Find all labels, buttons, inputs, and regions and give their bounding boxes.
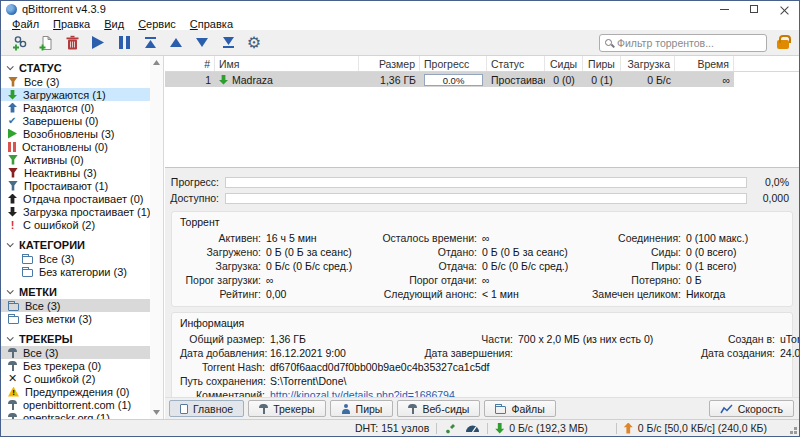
sidebar-item-label: Возобновлены (3) [23,128,114,140]
sidebar-item-inactive[interactable]: Неактивны (3) [1,166,163,179]
upload-speed-text[interactable]: 0 Б/с [50,0 КБ/с] (240,0 КБ) [638,422,767,434]
sidebar-item-label: Все (3) [23,347,58,359]
sidebar-item-stalled-downloading[interactable]: Загрузка простаивает (1) [1,205,163,218]
menu-edit[interactable]: Правка [46,18,97,30]
sidebar-tracker-all[interactable]: Все (3) [1,346,163,359]
sidebar-item-label: Загрузка простаивает (1) [23,206,151,218]
play-icon [8,129,17,139]
top-priority-button[interactable] [137,32,163,54]
section-categories[interactable]: КАТЕГОРИИ [7,238,163,251]
resize-grip[interactable] [794,431,797,434]
tab-trackers[interactable]: Трекеры [248,400,325,417]
stat-value: 0 Б (0 Б за сеанс) [266,246,376,258]
column-header-eta[interactable]: Время [675,56,734,71]
sidebar-item-downloading[interactable]: Загружаются (1) [1,88,163,101]
status-bar: DHT: 151 узлов 0 Б/с (192,3 МБ) 0 Б/с [5… [1,419,799,436]
pause-button[interactable] [111,32,137,54]
add-torrent-link-button[interactable] [7,32,33,54]
sidebar-item-stalled[interactable]: Простаивают (1) [1,179,163,192]
minimize-button[interactable] [709,1,739,17]
column-header-seeds[interactable]: Сиды [545,56,583,71]
resume-button[interactable] [85,32,111,54]
stat-value: 0 Б (0 Б за сеанс) [482,246,580,258]
menu-bar: Файл Правка Вид Сервис Справка [1,17,799,30]
bottom-priority-button[interactable] [215,32,241,54]
alt-speed-icon[interactable] [465,423,480,433]
sidebar-tracker-openbittorrent[interactable]: openbittorrent.com (1) [1,398,163,411]
funnel-icon [8,168,18,178]
sidebar-category-all[interactable]: Все (3) [1,252,163,265]
sidebar-tag-all[interactable]: Все (3) [1,299,163,312]
title-bar: qBittorrent v4.3.9 [1,1,799,17]
section-trackers[interactable]: ТРЕКЕРЫ [7,332,163,345]
sidebar-tracker-error[interactable]: ✕С ошибкой (2) [1,372,163,385]
scroll-down-icon[interactable] [153,410,160,415]
funnel-icon [8,155,18,165]
torrent-down-speed: 0 Б/с [621,72,675,87]
options-button[interactable]: ⚙ [241,32,267,54]
sidebar-tracker-trackerless[interactable]: Без трекера (0) [1,359,163,372]
pause-icon [8,142,16,152]
stat-value: 0 (100 макс.) [686,232,784,244]
column-header-size[interactable]: Размер [359,56,420,71]
section-tags[interactable]: МЕТКИ [7,285,163,298]
sidebar-tracker-opentrackr[interactable]: opentrackr.org (1) [1,411,163,419]
column-header-name[interactable]: Имя [215,56,359,71]
connection-status-icon[interactable] [444,422,457,434]
sidebar-item-seeding[interactable]: Раздаются (0) [1,101,163,114]
sidebar-item-active[interactable]: Активны (0) [1,153,163,166]
menu-file[interactable]: Файл [5,18,46,30]
torrent-group: Торрент Активен:16 ч 5 мин Загружено:0 Б… [171,211,793,307]
sidebar-item-errored[interactable]: !С ошибкой (2) [1,218,163,231]
sidebar-item-paused[interactable]: Остановлены (0) [1,140,163,153]
sidebar-item-completed[interactable]: ✔Завершены (0) [1,114,163,127]
availability-value: 0,000 [747,192,789,204]
close-button[interactable] [769,1,799,17]
progress-bar [225,177,747,188]
download-arrow-icon [8,207,17,217]
sidebar-item-label: С ошибкой (2) [23,373,95,385]
menu-view[interactable]: Вид [97,18,131,30]
stat-label: Потеряно: [580,274,686,286]
tab-general[interactable]: Главное [169,400,244,417]
sidebar-item-all[interactable]: Все (3) [1,75,163,88]
stat-label: Загрузка: [180,260,266,272]
move-up-button[interactable] [163,32,189,54]
tab-peers[interactable]: Пиры [330,400,394,417]
comment-link[interactable]: http://kinozal.tv/details.php?id=1686794 [270,389,799,397]
tab-files[interactable]: Файлы [484,400,555,417]
delete-button[interactable] [59,32,85,54]
tab-webseeds[interactable]: Веб-сиды [397,400,480,417]
tracker-icon [8,400,17,410]
section-status[interactable]: СТАТУС [7,61,163,74]
column-header-progress[interactable]: Прогресс [420,56,487,71]
maximize-button[interactable] [739,1,769,17]
column-header-download[interactable]: Загрузка [621,56,675,71]
sidebar-scrollbar[interactable] [150,56,163,419]
sidebar-item-label: Все (3) [39,253,74,265]
folder-icon [22,269,33,277]
upload-arrow-icon [8,103,17,113]
speed-button[interactable]: Скорость [709,400,794,417]
info-label: Создан в: [686,333,780,345]
column-header-peers[interactable]: Пиры [583,56,621,71]
sidebar-item-stalled-uploading[interactable]: Отдача простаивает (0) [1,192,163,205]
move-down-button[interactable] [189,32,215,54]
lock-icon[interactable] [777,40,789,49]
menu-tools[interactable]: Сервис [131,18,183,30]
menu-help[interactable]: Справка [183,18,240,30]
torrent-row[interactable]: 1 Madraza 1,36 ГБ 0.0% Простаивает 0 (0)… [165,72,734,87]
sidebar-tag-untagged[interactable]: Без метки (3) [1,312,163,325]
sidebar-item-resumed[interactable]: Возобновлены (3) [1,127,163,140]
sidebar-tracker-warning[interactable]: !Предупреждения (0) [1,385,163,398]
download-speed-text: 0 Б/с (192,3 МБ) [509,422,588,434]
information-group-title: Информация [180,317,784,329]
search-input[interactable] [617,37,761,49]
sidebar-category-uncategorized[interactable]: Без категории (3) [1,265,163,278]
chevron-down-icon [7,287,14,294]
scroll-up-icon[interactable] [153,60,160,65]
column-header-status[interactable]: Статус [487,56,545,71]
column-header-num[interactable]: # [165,56,215,71]
main-area: # Имя Размер Прогресс Статус Сиды Пиры З… [165,56,799,419]
add-torrent-file-button[interactable] [33,32,59,54]
